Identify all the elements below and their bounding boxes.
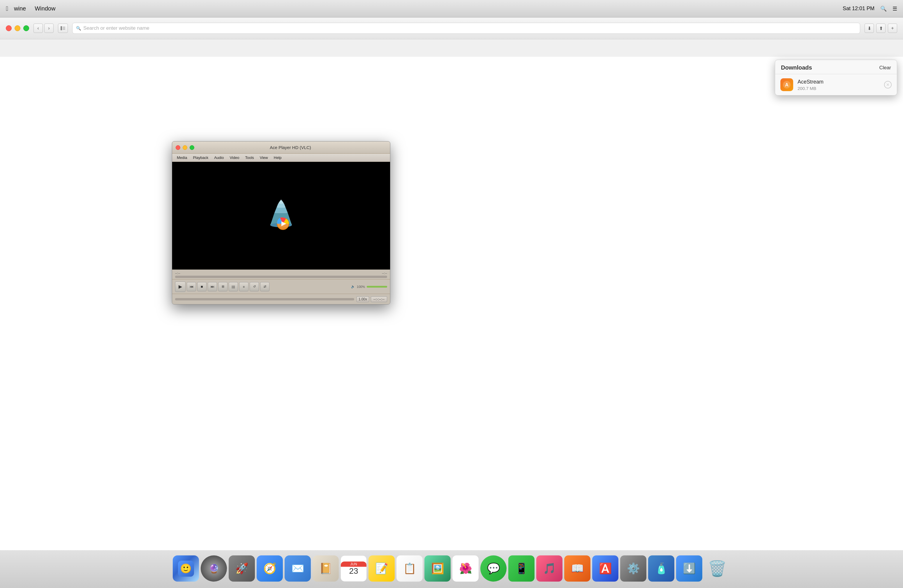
menubar-search-icon[interactable]: 🔍 bbox=[880, 6, 887, 12]
share-button[interactable]: ⬆ bbox=[876, 24, 886, 33]
new-tab-button[interactable]: + bbox=[888, 24, 897, 33]
toolbar-right-buttons: ⬇ ⬆ + bbox=[865, 24, 897, 33]
browser-window: ‹ › 🔍 Search or enter website name ⬇ ⬆ +… bbox=[0, 17, 903, 588]
dock: 🙂 🔮 🚀 🧭 ✉️ 📔 JUN 23 📝 📋 🖼️ 🌺 💬 📱 🎵 📖 bbox=[0, 550, 903, 588]
vlc-time-left: --:-- bbox=[175, 271, 180, 275]
vlc-window: Ace Player HD (VLC) Media Playback Audio… bbox=[172, 141, 390, 304]
vlc-traffic-lights bbox=[176, 145, 194, 150]
dock-item-notes[interactable]: 📝 bbox=[368, 555, 395, 582]
vlc-close-button[interactable] bbox=[176, 145, 180, 150]
vlc-bottom-bar: 1.00x --:-:--:-- bbox=[172, 294, 390, 304]
download-status-icon: ✕ bbox=[884, 81, 892, 88]
dock-item-finder[interactable]: 🙂 bbox=[173, 555, 199, 582]
download-button[interactable]: ⬇ bbox=[865, 24, 874, 33]
downloads-popup: Downloads Clear A AceStream 200.7 MB ✕ bbox=[775, 60, 897, 96]
dock-item-facetime[interactable]: 📱 bbox=[508, 555, 535, 582]
dock-item-slideshow[interactable]: 🖼️ bbox=[425, 555, 451, 582]
vlc-seekbar[interactable] bbox=[175, 298, 354, 300]
vlc-playlist-button[interactable]: ≡ bbox=[239, 282, 249, 292]
sidebar-toggle-button[interactable] bbox=[58, 24, 68, 33]
vlc-maximize-button[interactable] bbox=[190, 145, 194, 150]
vlc-progress-track[interactable] bbox=[175, 276, 387, 278]
vlc-video-area[interactable] bbox=[172, 162, 390, 270]
dock-item-messages[interactable]: 💬 bbox=[480, 555, 507, 582]
vlc-volume-area: 🔈 100% bbox=[351, 285, 387, 289]
downloads-header: Downloads Clear bbox=[775, 60, 897, 74]
download-item-icon: A bbox=[780, 78, 793, 91]
dock-item-calendar[interactable]: JUN 23 bbox=[340, 555, 367, 582]
address-placeholder: Search or enter website name bbox=[83, 25, 149, 31]
minimize-button[interactable] bbox=[14, 25, 20, 31]
dock-item-sysprefs[interactable]: ⚙️ bbox=[620, 555, 647, 582]
vlc-shuffle-button[interactable]: ⇄ bbox=[260, 282, 269, 292]
downloads-title: Downloads bbox=[781, 64, 812, 71]
dock-item-music[interactable]: 🎵 bbox=[536, 555, 563, 582]
menubar-app-name[interactable]: wine bbox=[14, 5, 26, 12]
dock-item-siri[interactable]: 🔮 bbox=[201, 555, 227, 582]
vlc-menu-playback[interactable]: Playback bbox=[190, 155, 211, 160]
vlc-volume-icon: 🔈 bbox=[351, 285, 355, 289]
vlc-time-right: --:-- bbox=[382, 271, 387, 275]
vlc-volume-pct: 100% bbox=[357, 285, 365, 289]
vlc-equalizer-button[interactable]: |||| bbox=[229, 282, 238, 292]
vlc-times: --:-- --:-- bbox=[175, 271, 387, 275]
dock-item-wine[interactable]: 🧴 bbox=[648, 555, 674, 582]
vlc-menu-video[interactable]: Video bbox=[227, 155, 241, 160]
vlc-menu-view[interactable]: View bbox=[258, 155, 270, 160]
address-bar[interactable]: 🔍 Search or enter website name bbox=[72, 23, 860, 34]
svg-rect-2 bbox=[63, 28, 65, 28]
vlc-menu-media[interactable]: Media bbox=[175, 155, 189, 160]
dock-item-books[interactable]: 📖 bbox=[564, 555, 590, 582]
svg-marker-11 bbox=[278, 200, 284, 204]
vlc-prev-button[interactable]: ⏮ bbox=[187, 282, 196, 292]
vlc-speed[interactable]: 1.00x bbox=[357, 296, 369, 302]
clear-downloads-button[interactable]: Clear bbox=[879, 65, 891, 71]
svg-text:A: A bbox=[785, 82, 788, 87]
vlc-play-button[interactable]: ▶ bbox=[175, 281, 186, 292]
maximize-button[interactable] bbox=[23, 25, 29, 31]
vlc-menu-help[interactable]: Help bbox=[272, 155, 284, 160]
svg-rect-0 bbox=[61, 26, 62, 30]
dock-item-downloads[interactable]: ⬇️ bbox=[676, 555, 702, 582]
dock-item-photos[interactable]: 🌺 bbox=[452, 555, 478, 582]
nav-buttons: ‹ › bbox=[33, 24, 53, 33]
vlc-fullscreen-button[interactable]: ⊞ bbox=[218, 282, 228, 292]
vlc-volume-fill bbox=[367, 286, 387, 288]
dock-item-appstore[interactable]: 🅰️ bbox=[592, 555, 618, 582]
menubar-window[interactable]: Window bbox=[35, 5, 55, 12]
vlc-menu-tools[interactable]: Tools bbox=[243, 155, 256, 160]
vlc-timecode: --:-:--:-- bbox=[371, 296, 387, 302]
svg-marker-10 bbox=[277, 204, 285, 207]
menubar:  wine Window Sat 12:01 PM 🔍 ☰ bbox=[0, 0, 903, 17]
apple-menu-icon[interactable]:  bbox=[6, 5, 8, 13]
vlc-volume-track[interactable] bbox=[367, 286, 387, 288]
close-button[interactable] bbox=[6, 25, 12, 31]
vlc-next-button[interactable]: ⏭ bbox=[208, 282, 217, 292]
window-traffic-lights bbox=[6, 25, 29, 31]
dock-item-contacts[interactable]: 📔 bbox=[313, 555, 339, 582]
vlc-title: Ace Player HD (VLC) bbox=[194, 145, 387, 150]
download-item-info: AceStream 200.7 MB bbox=[798, 79, 880, 91]
vlc-loop-button[interactable]: ↺ bbox=[250, 282, 259, 292]
dock-item-safari[interactable]: 🧭 bbox=[256, 555, 283, 582]
vlc-titlebar: Ace Player HD (VLC) bbox=[172, 141, 390, 154]
search-icon: 🔍 bbox=[76, 26, 81, 31]
download-item-size: 200.7 MB bbox=[798, 86, 880, 91]
vlc-logo bbox=[265, 198, 297, 233]
dock-item-trash[interactable]: 🗑️ bbox=[704, 555, 730, 582]
menubar-time: Sat 12:01 PM bbox=[843, 6, 875, 12]
back-button[interactable]: ‹ bbox=[33, 24, 43, 33]
vlc-menu: Media Playback Audio Video Tools View He… bbox=[172, 154, 390, 162]
menubar-list-icon[interactable]: ☰ bbox=[892, 6, 897, 12]
download-item: A AceStream 200.7 MB ✕ bbox=[775, 74, 897, 95]
dock-item-launchpad[interactable]: 🚀 bbox=[229, 555, 255, 582]
dock-item-mail[interactable]: ✉️ bbox=[285, 555, 311, 582]
vlc-controls: ▶ ⏮ ■ ⏭ ⊞ |||| ≡ ↺ ⇄ 🔈 100% bbox=[172, 279, 390, 294]
vlc-menu-audio[interactable]: Audio bbox=[212, 155, 226, 160]
vlc-stop-button[interactable]: ■ bbox=[197, 282, 206, 292]
browser-toolbar: ‹ › 🔍 Search or enter website name ⬇ ⬆ + bbox=[0, 17, 903, 39]
forward-button[interactable]: › bbox=[44, 24, 53, 33]
svg-marker-9 bbox=[274, 207, 288, 213]
dock-item-reminders[interactable]: 📋 bbox=[396, 555, 423, 582]
vlc-minimize-button[interactable] bbox=[182, 145, 187, 150]
